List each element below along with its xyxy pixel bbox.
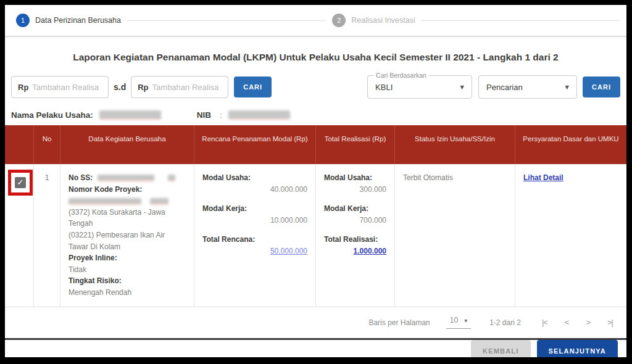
step-1-label: Data Perizinan Berusaha xyxy=(35,16,121,25)
row-persyaratan-cell: Lihat Detail xyxy=(515,164,626,307)
tingkat-risiko-value: Menengah Rendah xyxy=(69,287,186,299)
previous-page-icon[interactable]: < xyxy=(565,318,569,327)
range-separator-label: s.d xyxy=(114,82,126,92)
rencana-modal-usaha-value: 40.000.000 xyxy=(202,184,307,196)
header-total-realisasi: Total Realisasi (Rp) xyxy=(316,125,395,164)
filter-row: Rp s.d Rp CARI Cari Berdasarkan KBLI ▼ P… xyxy=(5,75,626,99)
row-kegiatan-cell: No SS: Nomor Kode Proyek: (3372) Kota Su… xyxy=(60,164,194,307)
stepper-connector xyxy=(127,20,326,21)
row-realisasi-cell: Modal Usaha: 300.000 Modal Kerja: 700.00… xyxy=(316,164,395,307)
nib-colon: : xyxy=(220,110,222,120)
pencarian-value: Pencarian xyxy=(486,83,559,92)
nib-label: NIB xyxy=(197,110,211,120)
proyek-inline-label: Proyek Inline: xyxy=(69,252,186,264)
next-page-icon[interactable]: > xyxy=(586,318,590,327)
tambahan-realisasi-max-input[interactable] xyxy=(152,83,222,92)
cari-kbli-button[interactable]: CARI xyxy=(583,77,620,97)
footer-actions: KEMBALI SELANJUTNYA xyxy=(5,340,626,357)
header-persyaratan: Persyaratan Dasar dan UMKU xyxy=(515,125,626,164)
realisasi-modal-kerja-label: Modal Kerja: xyxy=(324,203,386,215)
total-rencana-label: Total Rencana: xyxy=(202,234,307,246)
rp-prefix-max: Rp xyxy=(138,83,148,92)
no-ss-redacted-suffix xyxy=(168,175,175,181)
header-no: No xyxy=(34,125,60,164)
rows-per-page-label: Baris per Halaman xyxy=(368,318,430,327)
first-page-icon[interactable]: |< xyxy=(542,318,547,327)
step-1-circle: 1 xyxy=(16,14,30,27)
row-checkbox[interactable]: ✓ xyxy=(15,177,26,188)
identity-row: Nama Pelaku Usaha: NIB : xyxy=(5,110,626,120)
page-title: Laporan Kegiatan Penanaman Modal (LKPM) … xyxy=(5,52,626,63)
chevron-down-icon: ▼ xyxy=(459,83,465,91)
realisasi-modal-usaha-value: 300.000 xyxy=(324,184,386,196)
last-page-icon[interactable]: >| xyxy=(607,318,613,327)
header-checkbox-column xyxy=(5,125,34,164)
no-ss-redacted-value xyxy=(98,175,154,181)
red-highlight-annotation: ✓ xyxy=(8,170,33,196)
chevron-down-icon: ▼ xyxy=(563,83,570,91)
row-no-cell: 1 xyxy=(34,164,60,307)
nib-redacted-value xyxy=(228,110,290,120)
realisasi-modal-usaha-label: Modal Usaha: xyxy=(324,172,386,184)
row-checkbox-cell: ✓ xyxy=(5,164,34,307)
rencana-modal-usaha-label: Modal Usaha: xyxy=(202,172,307,184)
tambahan-realisasi-min-input[interactable] xyxy=(32,83,102,92)
no-ss-label: No SS: xyxy=(69,173,93,182)
pagination-range: 1-2 dari 2 xyxy=(489,318,521,327)
selanjutnya-button[interactable]: SELANJUTNYA xyxy=(537,340,618,357)
header-data-kegiatan: Data Kegiatan Berusaha xyxy=(60,125,194,164)
rp-prefix-min: Rp xyxy=(18,83,28,92)
cari-berdasarkan-label: Cari Berdasarkan xyxy=(373,72,429,79)
rows-per-page-value: 10 xyxy=(450,316,458,325)
cari-berdasarkan-value: KBLI xyxy=(375,83,454,92)
total-rencana-link[interactable]: 50.000.000 xyxy=(270,247,307,255)
rencana-modal-kerja-value: 10.000.000 xyxy=(202,215,307,226)
tambahan-realisasi-max-field[interactable]: Rp xyxy=(131,76,228,98)
chevron-down-icon: ▾ xyxy=(464,317,467,324)
pencarian-select[interactable]: Pencarian ▼ xyxy=(478,75,577,99)
stepper-step-2[interactable]: 2 Realisasi Investasi xyxy=(332,14,415,27)
table-row: ✓ 1 No SS: Nomor Kode Proyek: (3372) Kot… xyxy=(5,164,626,307)
tingkat-risiko-label: Tingkat Risiko: xyxy=(69,275,186,287)
lihat-detail-link[interactable]: Lihat Detail xyxy=(523,173,563,182)
header-rencana: Rencana Penanaman Modal (Rp) xyxy=(194,125,316,164)
cari-berdasarkan-select[interactable]: Cari Berdasarkan KBLI ▼ xyxy=(367,75,472,99)
table-header-row: No Data Kegiatan Berusaha Rencana Penana… xyxy=(5,125,626,164)
nomor-kode-proyek-label: Nomor Kode Proyek: xyxy=(69,184,186,196)
lkpm-page: 1 Data Perizinan Berusaha 2 Realisasi In… xyxy=(5,5,626,357)
row-status-cell: Terbit Otomatis xyxy=(395,164,515,307)
cari-realisasi-button[interactable]: CARI xyxy=(234,77,272,97)
proyek-inline-value: Tidak xyxy=(69,264,186,276)
lokasi-text: (3372) Kota Surakarta - Jawa Tengah xyxy=(69,207,186,230)
step-1-number: 1 xyxy=(21,17,25,24)
pagination: Baris per Halaman 10 ▾ 1-2 dari 2 |< < >… xyxy=(5,307,626,338)
total-realisasi-label: Total Realisasi: xyxy=(324,234,386,246)
realisasi-modal-kerja-value: 700.000 xyxy=(324,215,386,226)
stepper-step-1[interactable]: 1 Data Perizinan Berusaha xyxy=(16,14,121,27)
rows-per-page-select[interactable]: 10 ▾ xyxy=(446,316,471,329)
kode-proyek-redacted-suffix xyxy=(150,198,168,205)
kbli-text: (03221) Pembesaran Ikan Air Tawar Di Kol… xyxy=(69,230,186,252)
kegiatan-table: No Data Kegiatan Berusaha Rencana Penana… xyxy=(5,125,626,307)
tambahan-realisasi-min-field[interactable]: Rp xyxy=(11,76,109,98)
step-2-number: 2 xyxy=(337,17,341,24)
row-rencana-cell: Modal Usaha: 40.000.000 Modal Kerja: 10.… xyxy=(194,164,316,307)
nama-pelaku-usaha-redacted-value xyxy=(99,110,161,120)
rencana-modal-kerja-label: Modal Kerja: xyxy=(202,203,307,215)
step-2-label: Realisasi Investasi xyxy=(351,16,415,25)
stepper-divider xyxy=(5,36,626,37)
total-realisasi-link[interactable]: 1.000.000 xyxy=(354,247,386,255)
header-status-izin: Status Izin Usaha/SS/Izin xyxy=(395,125,515,164)
stepper-connector-end xyxy=(422,20,620,21)
pagination-nav: |< < > >| xyxy=(542,318,613,327)
check-icon: ✓ xyxy=(17,176,24,189)
step-2-circle: 2 xyxy=(332,14,346,27)
kode-proyek-redacted-value xyxy=(69,198,141,205)
nama-pelaku-usaha-label: Nama Pelaku Usaha: xyxy=(11,110,93,120)
stepper: 1 Data Perizinan Berusaha 2 Realisasi In… xyxy=(5,5,626,36)
kembali-button[interactable]: KEMBALI xyxy=(471,340,531,357)
